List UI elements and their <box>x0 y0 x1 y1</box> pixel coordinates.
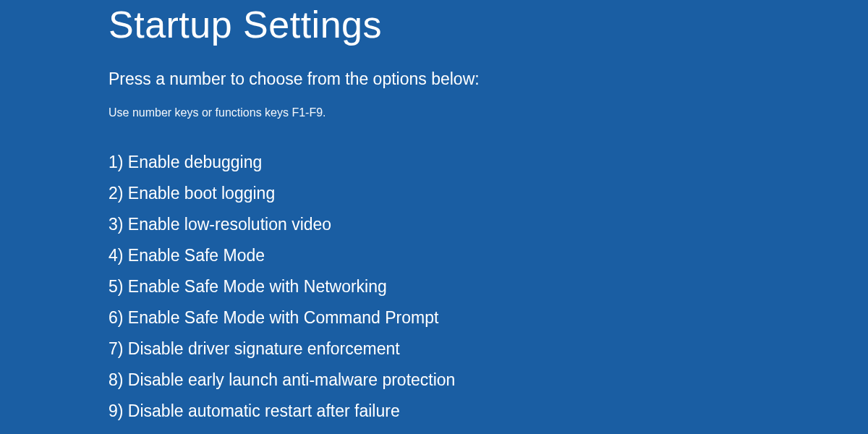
options-list: 1) Enable debugging 2) Enable boot loggi… <box>109 151 868 422</box>
option-enable-boot-logging[interactable]: 2) Enable boot logging <box>109 182 868 205</box>
page-title: Startup Settings <box>109 3 868 46</box>
option-disable-driver-signature-enforcement[interactable]: 7) Disable driver signature enforcement <box>109 338 868 360</box>
option-enable-debugging[interactable]: 1) Enable debugging <box>109 151 868 174</box>
instruction-text: Press a number to choose from the option… <box>109 69 868 89</box>
option-enable-safe-mode-command-prompt[interactable]: 6) Enable Safe Mode with Command Prompt <box>109 307 868 329</box>
option-enable-low-resolution-video[interactable]: 3) Enable low-resolution video <box>109 213 868 236</box>
option-disable-early-launch-anti-malware[interactable]: 8) Disable early launch anti-malware pro… <box>109 369 868 391</box>
hint-text: Use number keys or functions keys F1-F9. <box>109 106 868 119</box>
option-enable-safe-mode-networking[interactable]: 5) Enable Safe Mode with Networking <box>109 276 868 298</box>
option-enable-safe-mode[interactable]: 4) Enable Safe Mode <box>109 244 868 267</box>
option-disable-automatic-restart[interactable]: 9) Disable automatic restart after failu… <box>109 400 868 422</box>
